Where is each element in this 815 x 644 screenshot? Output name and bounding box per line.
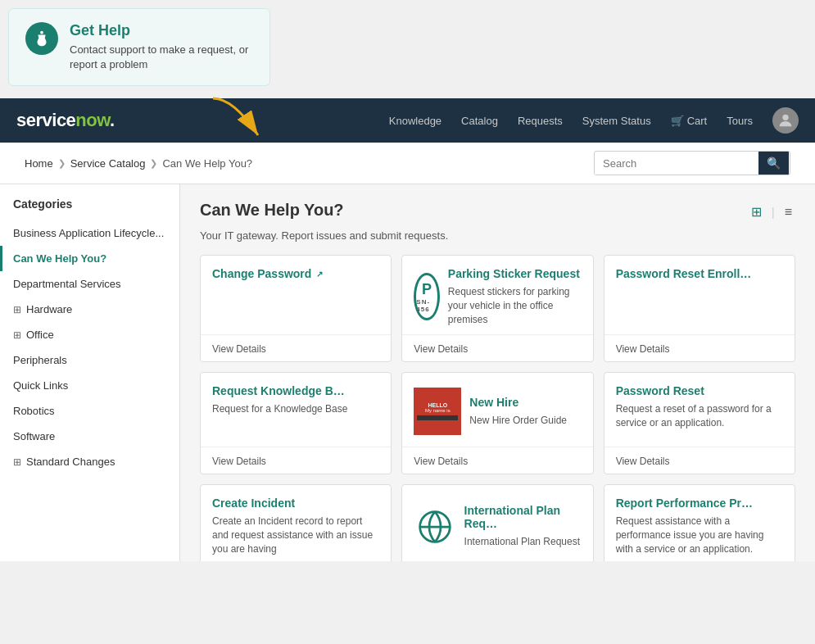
sidebar-item-label: Office [26,329,54,341]
sidebar-item-label: Peripherals [13,354,67,366]
card-password-reset: Password Reset Request a reset of a pass… [604,372,795,474]
view-details-link[interactable]: View Details [616,456,670,467]
sidebar-item-robotics[interactable]: Robotics [0,398,179,424]
card-body: Request Knowledge B… Request for a Knowl… [201,373,391,447]
card-desc: Request a reset of a password for a serv… [616,402,783,430]
card-footer: View Details [201,334,391,361]
cart-icon: 🛒 [671,115,684,127]
sidebar-item-label: Departmental Services [13,278,121,290]
card-title: Change Password ↗ [212,267,379,280]
card-text: Parking Sticker Request Request stickers… [448,267,582,326]
breadcrumb-catalog[interactable]: Service Catalog [70,157,146,170]
svg-point-0 [40,31,43,34]
card-text: New Hire New Hire Order Guide [469,396,567,428]
search-input[interactable] [595,152,758,175]
card-desc: Request stickers for parking your vehicl… [448,285,582,326]
external-link-icon: ↗ [316,270,323,279]
sidebar-item-label: Robotics [13,405,55,417]
content-area: Can We Help You? ⊞ | ≡ Your IT gateway. … [180,184,815,561]
globe-badge [414,503,455,551]
card-title: Parking Sticker Request [448,267,582,280]
sidebar-item-hardware[interactable]: ⊞ Hardware [0,297,179,322]
card-desc: International Plan Request [464,535,582,549]
nav-catalog[interactable]: Catalog [461,115,498,127]
view-details-link[interactable]: View Details [414,343,468,355]
breadcrumb-bar: Home ❯ Service Catalog ❯ Can We Help You… [0,143,815,184]
sidebar-item-label: Software [13,430,55,442]
sidebar-title: Categories [0,197,179,220]
expand-icon: ⊞ [13,329,21,341]
breadcrumb-sep-2: ❯ [150,158,157,169]
card-text: International Plan Req… International Pl… [464,504,582,549]
card-body: HELLO My name is New Hire New Hire Order… [402,373,592,447]
card-title: International Plan Req… [464,504,582,530]
card-desc: New Hire Order Guide [469,414,567,428]
card-body: International Plan Req… International Pl… [402,485,592,561]
avatar[interactable] [772,107,799,134]
card-international-plan: International Plan Req… International Pl… [401,484,593,561]
view-details-link[interactable]: View Details [212,456,266,467]
page-title: Can We Help You? [200,201,344,220]
navbar-links: Knowledge Catalog Requests System Status… [389,107,799,134]
card-footer: View Details [604,334,795,361]
expand-icon: ⊞ [13,456,21,468]
nav-requests[interactable]: Requests [518,115,563,127]
logo[interactable]: servicenow. [16,110,115,131]
nav-system-status[interactable]: System Status [582,115,651,127]
nav-cart[interactable]: 🛒 Cart [671,115,708,127]
sidebar-item-label: Can We Help You? [13,252,106,265]
nav-knowledge[interactable]: Knowledge [389,115,441,127]
card-desc: Request assistance with a performance is… [616,515,783,556]
breadcrumb-current: Can We Help You? [162,157,252,170]
tooltip-icon [25,22,58,55]
list-view-button[interactable]: ≡ [781,202,795,223]
card-footer: View Details [402,447,592,474]
hello-text: HELLO [428,402,447,408]
accessibility-icon [33,29,51,48]
card-create-incident: Create Incident Create an Incident recor… [200,484,392,561]
sidebar-item-business-app[interactable]: Business Application Lifecycle... [0,220,179,246]
sidebar-item-can-we-help[interactable]: Can We Help You? [0,246,179,271]
sidebar-item-departmental[interactable]: Departmental Services [0,271,179,297]
card-body: Change Password ↗ [201,256,391,334]
card-body: P SN-456 Parking Sticker Request Request… [402,256,592,334]
parking-p: P [422,281,432,298]
nav-tours[interactable]: Tours [727,115,753,127]
breadcrumb-home[interactable]: Home [25,157,53,170]
parking-num: SN-456 [416,298,437,313]
card-new-hire: HELLO My name is New Hire New Hire Order… [401,372,593,474]
sidebar-item-software[interactable]: Software [0,424,179,449]
content-header: Can We Help You? ⊞ | ≡ [200,201,795,223]
sidebar-item-peripherals[interactable]: Peripherals [0,347,179,373]
cards-grid: Change Password ↗ View Details P SN-456 [200,255,795,561]
navbar: servicenow. Knowledge Catalog Requests S… [0,98,815,143]
view-details-link[interactable]: View Details [212,343,266,355]
card-desc: Create an Incident record to report and … [212,515,379,556]
sidebar-item-label: Hardware [26,303,72,315]
main-content: Categories Business Application Lifecycl… [0,184,815,561]
card-footer: View Details [201,447,391,474]
card-title: Report Performance Pr… [616,497,783,510]
card-body: Report Performance Pr… Request assistanc… [604,485,795,561]
globe-icon [417,509,453,545]
card-parking-sticker: P SN-456 Parking Sticker Request Request… [401,255,593,362]
sidebar-item-office[interactable]: ⊞ Office [0,322,179,347]
sidebar-item-standard-changes[interactable]: ⊞ Standard Changes [0,449,179,474]
card-title: Create Incident [212,497,379,510]
tooltip-description: Contact support to make a request, or re… [70,43,253,72]
tooltip-box: Get Help Contact support to make a reque… [8,8,270,86]
card-footer: View Details [604,447,795,474]
card-desc: Request for a Knowledge Base [212,402,379,416]
sidebar-item-label: Standard Changes [26,456,115,468]
grid-view-button[interactable]: ⊞ [748,201,765,223]
view-details-link[interactable]: View Details [616,343,670,355]
view-details-link[interactable]: View Details [414,456,468,467]
card-password-reset-enroll: Password Reset Enroll… View Details [604,255,795,362]
card-change-password: Change Password ↗ View Details [200,255,392,362]
search-button[interactable]: 🔍 [758,152,789,175]
tooltip-arrow [209,94,274,146]
card-body: Password Reset Request a reset of a pass… [604,373,795,447]
card-title: New Hire [469,396,567,409]
sidebar-item-quick-links[interactable]: Quick Links [0,373,179,398]
svg-point-2 [782,115,788,120]
